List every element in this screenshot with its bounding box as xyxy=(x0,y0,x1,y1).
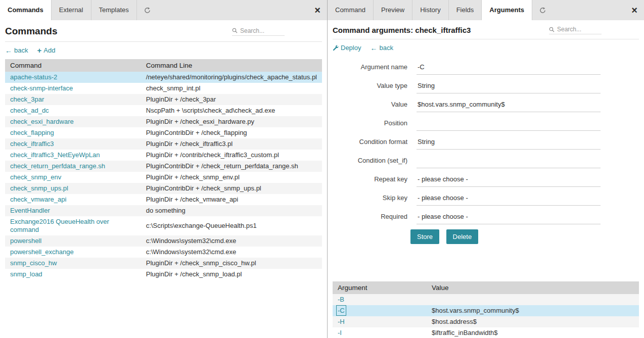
command-link[interactable]: check-snmp-interface xyxy=(10,84,73,92)
command-row[interactable]: check_snmp_ups.pl PluginContribDir + /ch… xyxy=(5,183,322,194)
command-link[interactable]: check_flapping xyxy=(10,129,54,136)
command-row[interactable]: check_ad_dc NscpPath + \scripts\check_ad… xyxy=(5,105,322,116)
command-row[interactable]: check_iftraffic3 PluginDir + /check_iftr… xyxy=(5,138,322,150)
command-cell: check_3par xyxy=(5,94,141,105)
command-link[interactable]: check_ad_dc xyxy=(10,107,49,114)
command-link[interactable]: powershell xyxy=(10,237,41,245)
command-link[interactable]: check_return_perfdata_range.sh xyxy=(10,162,105,170)
argument-row[interactable]: -H $host.address$ xyxy=(333,316,639,327)
command-line-cell: PluginDir + /check_3par xyxy=(141,94,322,105)
form-field: Required - please choose - xyxy=(333,209,639,224)
command-link[interactable]: check_vmware_api xyxy=(10,196,66,203)
store-button[interactable]: Store xyxy=(410,229,439,244)
left-title-row: Commands xyxy=(5,20,322,42)
tab[interactable]: Fields xyxy=(449,0,482,20)
field-input[interactable]: - please choose - xyxy=(417,171,601,187)
command-link[interactable]: snmp_load xyxy=(10,270,42,278)
command-link[interactable]: apache-status-2 xyxy=(10,73,57,81)
tab[interactable]: History xyxy=(412,0,448,20)
command-row[interactable]: snmp_load PluginDir + /check_snmp_load.p… xyxy=(5,269,322,280)
command-link[interactable]: check_3par xyxy=(10,95,44,103)
argument-link[interactable]: -C xyxy=(338,307,345,314)
right-tabs: Command Preview History Fields Arguments xyxy=(328,0,532,20)
close-icon[interactable]: × xyxy=(308,0,327,20)
command-row[interactable]: check_snmp_env PluginDir + /check_snmp_e… xyxy=(5,172,322,183)
form-field: Argument name -C xyxy=(333,59,639,75)
command-row[interactable]: check_iftraffic3_NetEyeWpLan PluginDir +… xyxy=(5,150,322,161)
form-field: Position xyxy=(333,115,639,131)
deploy-link[interactable]: Deploy xyxy=(333,44,361,52)
argument-link[interactable]: -I xyxy=(338,329,342,336)
command-row[interactable]: EventHandler do something xyxy=(5,205,322,216)
field-input[interactable]: String xyxy=(417,78,601,93)
command-row[interactable]: snmp_cisco_hw PluginDir + /check_snmp_ci… xyxy=(5,258,322,269)
command-row[interactable]: check_return_perfdata_range.sh PluginCon… xyxy=(5,161,322,172)
command-row[interactable]: check_flapping PluginContribDir + /check… xyxy=(5,127,322,138)
command-row[interactable]: check-snmp-interface check_snmp_int.pl xyxy=(5,83,322,94)
refresh-icon[interactable] xyxy=(137,0,158,20)
search-input[interactable] xyxy=(240,27,283,34)
command-link[interactable]: check_snmp_ups.pl xyxy=(10,184,68,192)
argument-row[interactable]: -C $host.vars.snmp_community$ xyxy=(333,305,639,316)
search-input[interactable] xyxy=(557,26,600,33)
command-line-cell: PluginContribDir + /check_flapping xyxy=(141,127,322,138)
command-row[interactable]: check_vmware_api PluginDir + /check_vmwa… xyxy=(5,194,322,205)
command-link[interactable]: check_snmp_env xyxy=(10,173,61,181)
field-input[interactable] xyxy=(417,153,601,168)
field-input[interactable] xyxy=(417,115,601,131)
command-line-cell: PluginContribDir + /check_return_perfdat… xyxy=(141,161,322,172)
command-row[interactable]: powershell c:\Windows\system32\cmd.exe xyxy=(5,235,322,247)
command-row[interactable]: check_3par PluginDir + /check_3par xyxy=(5,94,322,105)
command-cell: check_return_perfdata_range.sh xyxy=(5,161,141,172)
command-link[interactable]: check_iftraffic3 xyxy=(10,140,54,148)
delete-button[interactable]: Delete xyxy=(446,229,479,244)
back-link[interactable]: ← back xyxy=(5,46,28,54)
argument-value-cell: $iftraffic_inBandwidth$ xyxy=(427,327,639,338)
argument-link[interactable]: -H xyxy=(338,318,345,325)
command-cell: apache-status-2 xyxy=(5,72,141,83)
command-link[interactable]: powershell_exchange xyxy=(10,248,74,256)
left-actions-row: ← back + Add xyxy=(5,42,322,59)
tab[interactable]: Commands xyxy=(0,0,52,20)
close-icon[interactable]: × xyxy=(625,0,644,20)
command-line-cell: PluginDir + /check_esxi_hardware.py xyxy=(141,116,322,127)
command-cell: snmp_load xyxy=(5,269,141,280)
field-input[interactable]: $host.vars.snmp_community$ xyxy=(417,96,601,112)
search-box xyxy=(232,27,285,36)
back-link[interactable]: ← back xyxy=(370,44,393,52)
field-input[interactable]: -C xyxy=(417,59,601,75)
command-line-cell: c:\Scripts\exchange-QueueHealth.ps1 xyxy=(141,216,322,235)
field-input[interactable]: - please choose - xyxy=(417,190,601,206)
right-tab-bar: Command Preview History Fields Arguments… xyxy=(328,0,644,20)
command-link[interactable]: Exchange2016 QueueHealth over command xyxy=(10,218,109,233)
command-link[interactable]: check_iftraffic3_NetEyeWpLan xyxy=(10,151,100,159)
command-link[interactable]: EventHandler xyxy=(10,207,50,214)
field-label: Argument name xyxy=(333,63,407,75)
command-cell: Exchange2016 QueueHealth over command xyxy=(5,216,141,235)
command-row[interactable]: powershell_exchange c:\Windows\system32\… xyxy=(5,247,322,258)
field-input[interactable]: - please choose - xyxy=(417,209,601,224)
tab[interactable]: Templates xyxy=(91,0,137,20)
back-arrow-icon: ← xyxy=(5,47,12,54)
refresh-icon[interactable] xyxy=(532,0,553,20)
form-field: Skip key - please choose - xyxy=(333,190,639,206)
tab[interactable]: Command xyxy=(328,0,374,20)
argument-row[interactable]: -I $iftraffic_inBandwidth$ xyxy=(333,327,639,338)
command-row[interactable]: Exchange2016 QueueHealth over command c:… xyxy=(5,216,322,235)
argument-row[interactable]: -B xyxy=(333,294,639,305)
command-row[interactable]: apache-status-2 /neteye/shared/monitorin… xyxy=(5,72,322,83)
tab[interactable]: Arguments xyxy=(482,0,532,20)
command-link[interactable]: snmp_cisco_hw xyxy=(10,259,57,267)
tab[interactable]: Preview xyxy=(374,0,412,20)
field-input[interactable]: String xyxy=(417,134,601,150)
column-header-command: Command xyxy=(5,59,141,72)
command-row[interactable]: check_esxi_hardware PluginDir + /check_e… xyxy=(5,116,322,127)
argument-value-cell xyxy=(427,294,639,305)
add-link[interactable]: + Add xyxy=(37,46,55,54)
command-link[interactable]: check_esxi_hardware xyxy=(10,118,74,125)
left-tabs: Commands External Templates xyxy=(0,0,137,20)
argument-link[interactable]: -B xyxy=(338,296,344,303)
tab[interactable]: External xyxy=(52,0,91,20)
form-field: Repeat key - please choose - xyxy=(333,171,639,187)
field-label: Condition (set_if) xyxy=(333,157,407,168)
